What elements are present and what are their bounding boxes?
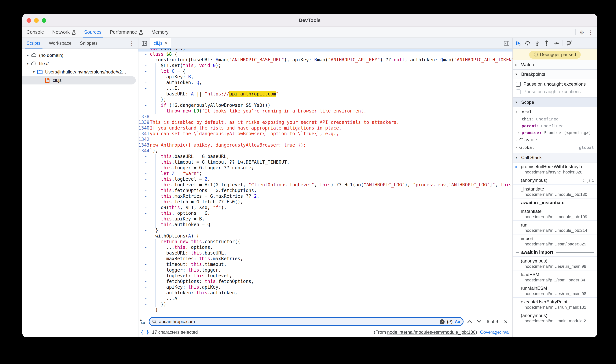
- line-number[interactable]: -: [139, 69, 150, 74]
- collapse-navigator-icon[interactable]: [139, 38, 150, 49]
- line-number[interactable]: 1340: [139, 125, 150, 131]
- tree-item-file-scheme[interactable]: ▾ file://: [22, 59, 138, 68]
- coverage-link[interactable]: Coverage: n/a: [480, 329, 509, 335]
- line-number[interactable]: [139, 49, 150, 52]
- line-number[interactable]: -: [139, 239, 150, 245]
- line-number[interactable]: -: [139, 165, 150, 171]
- line-number[interactable]: -: [139, 285, 150, 290]
- tree-item-no-domain[interactable]: ▸ (no domain): [22, 51, 138, 59]
- line-number[interactable]: 1343: [139, 143, 150, 148]
- callstack-frame[interactable]: importnode:internal/m…esm/loader:329: [513, 234, 597, 248]
- line-number[interactable]: -: [139, 222, 150, 228]
- section-breakpoints[interactable]: ▾ Breakpoints: [513, 70, 597, 79]
- step-icon[interactable]: [553, 40, 559, 46]
- line-number[interactable]: 1339: [139, 120, 150, 125]
- scope-promise[interactable]: ▸ promise: Promise {<pending>}: [513, 129, 597, 136]
- scope-this[interactable]: this: undefined: [513, 116, 597, 122]
- devtools-tab-console[interactable]: Console: [22, 27, 48, 38]
- line-number[interactable]: -: [139, 245, 150, 250]
- callstack-frame[interactable]: (anonymous)node:internal/m…main_module:2: [513, 311, 597, 325]
- line-number[interactable]: -: [139, 57, 150, 63]
- match-case-toggle[interactable]: Aa: [455, 319, 460, 324]
- line-number[interactable]: 1342: [139, 137, 150, 143]
- regex-toggle[interactable]: (.*): [447, 319, 452, 324]
- scope-global[interactable]: ▸ Global global: [513, 143, 597, 151]
- line-number[interactable]: -: [139, 228, 150, 233]
- line-number[interactable]: -: [139, 97, 150, 103]
- clear-search-icon[interactable]: ✕: [440, 319, 445, 324]
- from-location-link[interactable]: node:internal/modules/esm/module_job:130: [387, 329, 476, 335]
- line-number[interactable]: -: [139, 273, 150, 279]
- scope-closure[interactable]: ▸ Closure: [513, 136, 597, 143]
- tree-item-folder[interactable]: ▾ Users/jinhuilee/.nvm/versions/node/v2…: [22, 68, 138, 76]
- line-number[interactable]: 1341: [139, 131, 150, 137]
- line-number[interactable]: -: [139, 177, 150, 182]
- collapse-debugger-icon[interactable]: [501, 38, 512, 49]
- line-number[interactable]: -: [139, 154, 150, 159]
- line-number[interactable]: -: [139, 256, 150, 262]
- chevron-right-icon[interactable]: ▸: [25, 53, 30, 57]
- pause-caught-row[interactable]: Pause on caught exceptions: [513, 88, 597, 95]
- line-number[interactable]: -: [139, 216, 150, 222]
- next-match-icon[interactable]: [476, 320, 482, 323]
- line-number[interactable]: -: [139, 171, 150, 177]
- line-number[interactable]: -: [139, 199, 150, 205]
- line-number[interactable]: -: [139, 194, 150, 199]
- line-number[interactable]: -: [139, 279, 150, 285]
- chevron-right-icon[interactable]: ▸: [518, 131, 521, 134]
- line-number[interactable]: -: [139, 86, 150, 91]
- callstack-frame[interactable]: loadESMnode:internal/p…/esm_loader:34: [513, 271, 597, 284]
- tab-scripts[interactable]: Scripts: [22, 38, 44, 49]
- callstack-frame[interactable]: runMainESMnode:internal/m…es/run_main:98: [513, 284, 597, 298]
- chevron-down-icon[interactable]: ▾: [25, 62, 30, 65]
- line-number[interactable]: -: [139, 267, 150, 273]
- line-number[interactable]: -: [139, 182, 150, 188]
- line-number[interactable]: -: [139, 205, 150, 211]
- chevron-down-icon[interactable]: ▾: [31, 70, 36, 74]
- checkbox-caught[interactable]: [516, 89, 521, 94]
- checkbox-uncaught[interactable]: [516, 82, 521, 87]
- section-callstack[interactable]: ▾ Call Stack: [513, 153, 597, 162]
- settings-gear-icon[interactable]: ⚙: [579, 29, 585, 35]
- line-number[interactable]: -: [139, 52, 150, 57]
- scope-local[interactable]: ▾ Local: [513, 108, 597, 116]
- line-number[interactable]: -: [139, 74, 150, 80]
- line-number[interactable]: 1338: [139, 114, 150, 120]
- close-search-icon[interactable]: ✕: [502, 319, 509, 325]
- callstack-frame[interactable]: _instantiatenode:internal/m…module_job:1…: [513, 185, 597, 198]
- devtools-tab-memory[interactable]: Memory: [147, 27, 173, 38]
- file-tab-cli-js[interactable]: cli.js ×: [150, 38, 171, 49]
- navigator-more-icon[interactable]: ⋮: [126, 38, 138, 49]
- line-number[interactable]: -: [139, 159, 150, 165]
- line-number[interactable]: -: [139, 233, 150, 239]
- line-number[interactable]: -: [139, 296, 150, 301]
- line-number[interactable]: -: [139, 250, 150, 256]
- step-out-icon[interactable]: [544, 40, 550, 46]
- callstack-frame[interactable]: runnode:internal/m…module_job:214: [513, 221, 597, 234]
- callstack-frame[interactable]: executeUserEntryPointnode:internal/m…s/r…: [513, 298, 597, 311]
- step-into-icon[interactable]: [534, 40, 540, 46]
- callstack-frame[interactable]: instantiatenode:internal/m…module_job:10…: [513, 207, 597, 221]
- deactivate-breakpoints-icon[interactable]: [566, 40, 572, 46]
- callstack-frame[interactable]: (anonymous)cli.js:1: [513, 176, 597, 185]
- callstack-frame[interactable]: ➤promiseInitHookWithDestroyTr…node:inter…: [513, 162, 597, 176]
- line-number[interactable]: -: [139, 290, 150, 296]
- tab-snippets[interactable]: Snippets: [76, 38, 102, 49]
- line-number[interactable]: -: [139, 80, 150, 86]
- devtools-tab-performance[interactable]: Performance: [106, 27, 147, 38]
- pretty-print-icon[interactable]: { }: [141, 329, 149, 335]
- replace-toggle-icon[interactable]: A ↳B: [140, 319, 146, 324]
- line-number[interactable]: -: [139, 108, 150, 114]
- line-number[interactable]: -: [139, 91, 150, 97]
- search-input[interactable]: [159, 319, 437, 324]
- devtools-tab-sources[interactable]: Sources: [80, 27, 106, 38]
- previous-match-icon[interactable]: [466, 320, 473, 323]
- source-code-view[interactable]: var Xs0, $F1;-class $8 {- constructor({b…: [139, 49, 512, 316]
- line-number[interactable]: -: [139, 262, 150, 267]
- callstack-frame[interactable]: (anonymous)node:internal/m…es/run_main:9…: [513, 257, 597, 271]
- section-watch[interactable]: ▸ Watch: [513, 60, 597, 70]
- scope-parent[interactable]: parent: undefined: [513, 122, 597, 129]
- line-number[interactable]: -: [139, 188, 150, 194]
- line-number[interactable]: 1344: [139, 148, 150, 154]
- close-tab-icon[interactable]: ×: [165, 40, 168, 46]
